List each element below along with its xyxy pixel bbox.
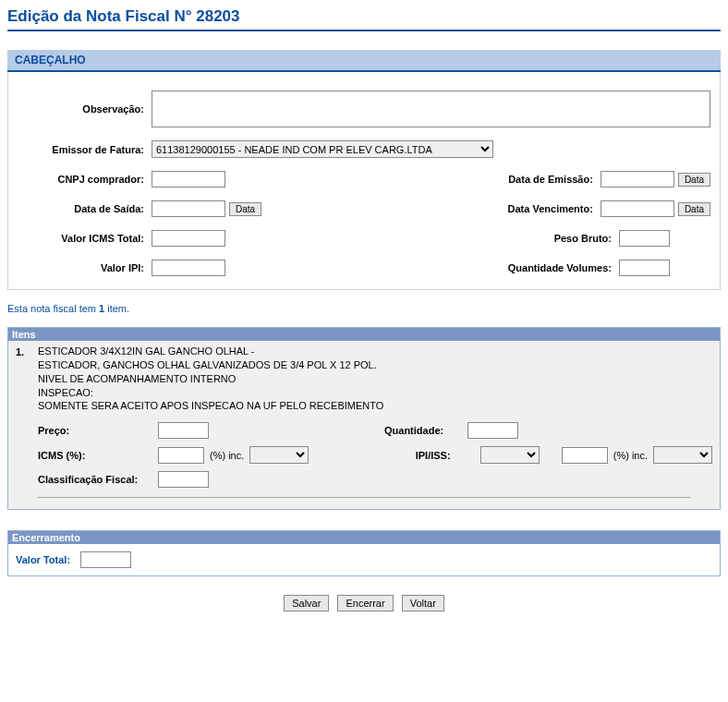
button-data-emissao[interactable]: Data <box>678 173 710 187</box>
button-data-saida[interactable]: Data <box>229 202 261 216</box>
label-cnpj-comprador: CNPJ comprador: <box>18 174 152 185</box>
input-qtd-volumes[interactable] <box>619 260 670 276</box>
button-encerrar[interactable]: Encerrar <box>337 595 393 611</box>
input-peso-bruto[interactable] <box>619 230 670 247</box>
label-emissor: Emissor de Fatura: <box>18 144 152 155</box>
input-valor-ipi[interactable] <box>152 260 225 276</box>
item-desc-line: INSPECAO: <box>38 387 93 398</box>
label-peso-bruto: Peso Bruto: <box>554 233 619 244</box>
section-header-cabecalho: CABEÇALHO <box>7 50 721 72</box>
info-prefix: Esta nota fiscal tem <box>7 303 99 314</box>
label-valor-total: Valor Total: <box>16 554 70 565</box>
itens-block: Itens 1. ESTICADOR 3/4X12IN GAL GANCHO O… <box>7 327 721 510</box>
item-separator <box>38 497 690 498</box>
item-body: 1. ESTICADOR 3/4X12IN GAL GANCHO OLHAL -… <box>8 341 720 509</box>
input-icms[interactable] <box>158 447 204 464</box>
encerramento-body: Valor Total: <box>8 544 720 575</box>
input-preco[interactable] <box>158 422 209 439</box>
label-preco: Preço: <box>38 425 158 436</box>
label-data-emissao: Data de Emissão: <box>508 174 601 185</box>
input-quantidade[interactable] <box>467 422 518 439</box>
label-data-vencimento: Data Vencimento: <box>508 203 601 214</box>
cabecalho-body: Observação: Emissor de Fatura: 611381290… <box>7 72 721 290</box>
label-data-saida: Data de Saída: <box>18 203 152 214</box>
label-ipi-iss: IPI/ISS: <box>416 450 480 461</box>
label-observacao: Observação: <box>18 103 152 115</box>
item-number: 1. <box>16 345 38 422</box>
input-valor-icms-total[interactable] <box>152 230 225 247</box>
input-classificacao[interactable] <box>158 471 209 488</box>
label-quantidade: Quantidade: <box>384 425 467 436</box>
label-classificacao: Classificação Fiscal: <box>38 474 158 485</box>
input-ipi-iss-val[interactable] <box>562 447 608 464</box>
label-valor-icms-total: Valor ICMS Total: <box>18 233 152 244</box>
label-qtd-volumes: Quantidade Volumes: <box>508 262 619 273</box>
label-valor-ipi: Valor IPI: <box>18 262 152 273</box>
label-icms: ICMS (%): <box>38 450 158 461</box>
item-desc-line: ESTICADOR 3/4X12IN GAL GANCHO OLHAL - <box>38 345 255 357</box>
select-emissor[interactable]: 61138129000155 - NEADE IND COM PR ELEV C… <box>152 140 493 158</box>
input-data-saida[interactable] <box>152 200 225 217</box>
input-observacao[interactable] <box>152 91 710 127</box>
select-icms-inc[interactable] <box>249 446 309 464</box>
label-pct-inc-2: (%) inc. <box>613 450 648 461</box>
input-cnpj-comprador[interactable] <box>152 171 225 188</box>
label-pct-inc-1: (%) inc. <box>210 450 244 461</box>
encerramento-header: Encerramento <box>8 531 720 544</box>
title-rule <box>7 30 721 31</box>
item-description: ESTICADOR 3/4X12IN GAL GANCHO OLHAL - ES… <box>38 345 712 413</box>
info-item-count: Esta nota fiscal tem 1 item. <box>7 303 721 314</box>
input-data-vencimento[interactable] <box>601 200 674 217</box>
button-data-vencimento[interactable]: Data <box>678 202 710 216</box>
action-bar: Salvar Encerrar Voltar <box>7 595 721 611</box>
select-ipi-iss[interactable] <box>480 446 540 464</box>
input-valor-total[interactable] <box>80 551 131 568</box>
page-title: Edição da Nota Fiscal N° 28203 <box>7 7 721 26</box>
item-desc-line: NIVEL DE ACOMPANHAMENTO INTERNO <box>38 373 236 384</box>
button-voltar[interactable]: Voltar <box>402 595 444 611</box>
item-desc-line: SOMENTE SERA ACEITO APOS INSPECAO NA UF … <box>38 400 383 411</box>
item-desc-line: ESTICADOR, GANCHOS OLHAL GALVANIZADOS DE… <box>38 359 377 370</box>
button-salvar[interactable]: Salvar <box>284 595 329 611</box>
info-suffix: item. <box>104 303 129 314</box>
input-data-emissao[interactable] <box>601 171 674 188</box>
itens-header: Itens <box>8 328 720 341</box>
select-ipi-iss-inc[interactable] <box>653 446 712 464</box>
encerramento-block: Encerramento Valor Total: <box>7 530 721 576</box>
